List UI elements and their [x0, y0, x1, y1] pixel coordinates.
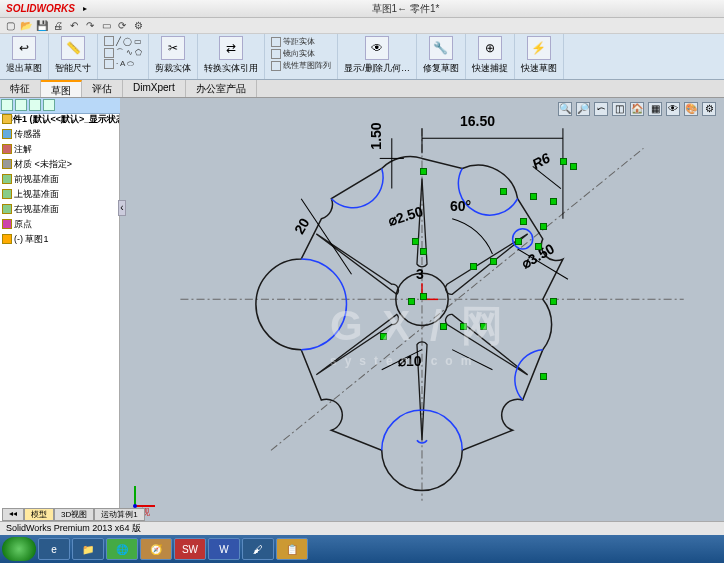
tree-annotations[interactable]: 注解 — [0, 142, 119, 157]
tree-origin[interactable]: 原点 — [0, 217, 119, 232]
relation-point[interactable] — [420, 293, 427, 300]
task-browser[interactable]: 🌐 — [106, 538, 138, 560]
task-app2[interactable]: 📋 — [276, 538, 308, 560]
tree-root[interactable]: 零件1 (默认<<默认>_显示状态 — [0, 112, 119, 127]
relation-point[interactable] — [560, 158, 567, 165]
relation-point[interactable] — [490, 258, 497, 265]
repair-icon[interactable]: 🔧 — [429, 36, 453, 60]
tree-sketch1[interactable]: (-) 草图1 — [0, 232, 119, 247]
graphics-viewport[interactable]: 🔍 🔎 ⤺ ◫ 🏠 ▦ 👁 🎨 ⚙ — [120, 98, 724, 521]
conf-opt-icon[interactable] — [43, 99, 55, 111]
exit-sketch-icon[interactable]: ↩ — [12, 36, 36, 60]
relation-point[interactable] — [530, 193, 537, 200]
qat-select-icon[interactable]: ▭ — [100, 20, 112, 32]
relation-point[interactable] — [570, 163, 577, 170]
ribbon-label: 退出草图 — [6, 62, 42, 75]
relation-point[interactable] — [408, 298, 415, 305]
tree-collapse-handle[interactable]: ‹ — [118, 200, 126, 216]
relation-point[interactable] — [380, 333, 387, 340]
conf-cancel-icon[interactable] — [15, 99, 27, 111]
relation-point[interactable] — [540, 223, 547, 230]
relation-point[interactable] — [470, 263, 477, 270]
ribbon-sketch-entities: ╱ ◯ ▭ ⌒ ∿ ⬠ · A ⬭ — [98, 34, 149, 79]
ribbon-exit-sketch[interactable]: ↩ 退出草图 — [0, 34, 49, 79]
qat-new-icon[interactable]: ▢ — [4, 20, 16, 32]
dim-3[interactable]: 3 — [416, 266, 424, 282]
ribbon-snap[interactable]: ⊕ 快速捕捉 — [466, 34, 515, 79]
relation-point[interactable] — [420, 168, 427, 175]
tab-motion[interactable]: 运动算例1 — [94, 508, 144, 521]
tab-office[interactable]: 办公室产品 — [186, 80, 257, 97]
ribbon-smart-dimension[interactable]: 📏 智能尺寸 — [49, 34, 98, 79]
dim-16-50[interactable]: 16.50 — [460, 113, 495, 129]
quick-icon[interactable]: ⚡ — [527, 36, 551, 60]
line-tool[interactable]: ╱ ◯ ▭ — [104, 36, 142, 46]
start-button[interactable] — [2, 537, 36, 561]
tree-material[interactable]: 材质 <未指定> — [0, 157, 119, 172]
tab-model[interactable]: 模型 — [24, 508, 54, 521]
task-word[interactable]: W — [208, 538, 240, 560]
sketch-canvas[interactable] — [120, 98, 724, 521]
mirror-tool[interactable]: 镜向实体 — [271, 48, 331, 59]
qat-redo-icon[interactable]: ↷ — [84, 20, 96, 32]
ribbon-display-delete[interactable]: 👁 显示/删除几何… — [338, 34, 417, 79]
menu-dropdown-icon[interactable]: ▸ — [83, 4, 87, 13]
tab-features[interactable]: 特征 — [0, 80, 41, 97]
relation-point[interactable] — [440, 323, 447, 330]
relation-point[interactable] — [500, 188, 507, 195]
task-explorer[interactable]: 📁 — [72, 538, 104, 560]
relation-point[interactable] — [420, 248, 427, 255]
relation-point[interactable] — [460, 323, 467, 330]
relation-point[interactable] — [550, 198, 557, 205]
dim-1-50[interactable]: 1.50 — [368, 122, 384, 149]
relation-point[interactable] — [550, 298, 557, 305]
dim-60deg[interactable]: 60° — [450, 198, 471, 214]
ribbon-label: 修复草图 — [423, 62, 459, 75]
qat-print-icon[interactable]: 🖨 — [52, 20, 64, 32]
ribbon-convert[interactable]: ⇄ 转换实体引用 — [198, 34, 265, 79]
tree-right-plane[interactable]: 右视基准面 — [0, 202, 119, 217]
relation-point[interactable] — [535, 243, 542, 250]
qat-open-icon[interactable]: 📂 — [20, 20, 32, 32]
tree-top-plane[interactable]: 上视基准面 — [0, 187, 119, 202]
smart-dim-icon[interactable]: 📏 — [61, 36, 85, 60]
pattern-tool[interactable]: 线性草图阵列 — [271, 60, 331, 71]
task-app1[interactable]: 🧭 — [140, 538, 172, 560]
bottom-nav-prev[interactable]: ◂◂ — [2, 508, 24, 521]
quick-access-toolbar: ▢ 📂 💾 🖨 ↶ ↷ ▭ ⟳ ⚙ — [0, 18, 724, 34]
qat-options-icon[interactable]: ⚙ — [132, 20, 144, 32]
title-bar: SOLIDWORKS ▸ 草图1← 零件1* — [0, 0, 724, 18]
ribbon-label: 剪裁实体 — [155, 62, 191, 75]
tab-dimxpert[interactable]: DimXpert — [123, 80, 186, 97]
point-tool[interactable]: · A ⬭ — [104, 59, 142, 69]
arc-tool[interactable]: ⌒ ∿ ⬠ — [104, 47, 142, 58]
tab-sketch[interactable]: 草图 — [41, 80, 82, 97]
display-icon[interactable]: 👁 — [365, 36, 389, 60]
task-solidworks[interactable]: SW — [174, 538, 206, 560]
offset-tool[interactable]: 等距实体 — [271, 36, 331, 47]
convert-icon[interactable]: ⇄ — [219, 36, 243, 60]
tree-front-plane[interactable]: 前视基准面 — [0, 172, 119, 187]
qat-save-icon[interactable]: 💾 — [36, 20, 48, 32]
trim-icon[interactable]: ✂ — [161, 36, 185, 60]
relation-point[interactable] — [515, 238, 522, 245]
qat-undo-icon[interactable]: ↶ — [68, 20, 80, 32]
task-ie[interactable]: e — [38, 538, 70, 560]
feature-tree[interactable]: 零件1 (默认<<默认>_显示状态 传感器 注解 材质 <未指定> 前视基准面 … — [0, 98, 120, 521]
ribbon-trim[interactable]: ✂ 剪裁实体 — [149, 34, 198, 79]
tree-sensors[interactable]: 传感器 — [0, 127, 119, 142]
ribbon-quick-sketch[interactable]: ⚡ 快速草图 — [515, 34, 564, 79]
tab-3dview[interactable]: 3D视图 — [54, 508, 94, 521]
ribbon-repair[interactable]: 🔧 修复草图 — [417, 34, 466, 79]
relation-point[interactable] — [520, 218, 527, 225]
conf-tree-icon[interactable] — [29, 99, 41, 111]
qat-rebuild-icon[interactable]: ⟳ — [116, 20, 128, 32]
tab-evaluate[interactable]: 评估 — [82, 80, 123, 97]
snap-icon[interactable]: ⊕ — [478, 36, 502, 60]
conf-ok-icon[interactable] — [1, 99, 13, 111]
relation-point[interactable] — [540, 373, 547, 380]
task-paint[interactable]: 🖌 — [242, 538, 274, 560]
dim-d10[interactable]: ⌀10 — [398, 353, 422, 369]
relation-point[interactable] — [480, 323, 487, 330]
relation-point[interactable] — [412, 238, 419, 245]
